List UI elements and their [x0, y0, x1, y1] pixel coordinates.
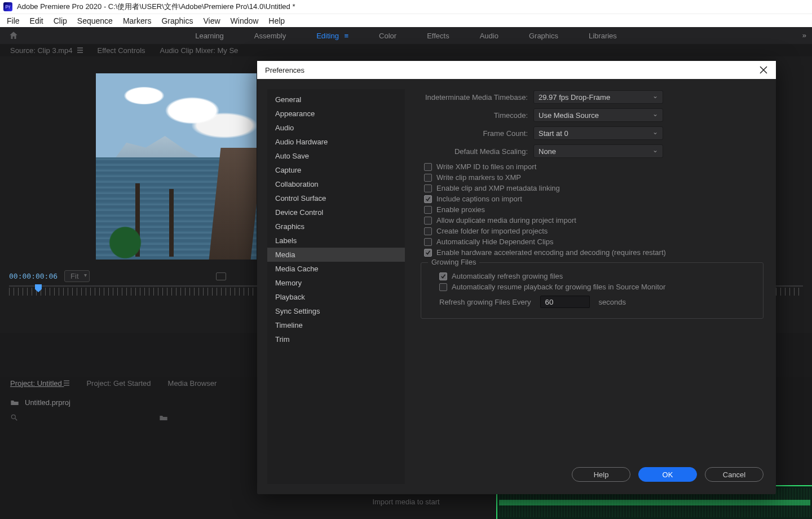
checkbox[interactable]: [424, 206, 432, 214]
checkbox[interactable]: [424, 238, 432, 246]
growing-auto-refresh-label: Automatically refresh growing files: [452, 272, 563, 280]
timebase-dropdown[interactable]: 29.97 fps Drop-Frame: [533, 90, 663, 104]
menu-clip[interactable]: Clip: [54, 16, 67, 25]
media-check-7[interactable]: Automatically Hide Dependent Clips: [424, 237, 764, 246]
checkbox[interactable]: [424, 174, 432, 182]
media-check-0[interactable]: Write XMP ID to files on import: [424, 162, 764, 171]
pref-category-memory[interactable]: Memory: [267, 276, 405, 290]
media-check-5[interactable]: Allow duplicate media during project imp…: [424, 216, 764, 225]
ws-audio[interactable]: Audio: [480, 32, 498, 40]
pref-category-graphics[interactable]: Graphics: [267, 219, 405, 234]
check-label: Enable clip and XMP metadata linking: [436, 184, 560, 192]
close-icon[interactable]: [759, 65, 768, 74]
media-check-2[interactable]: Enable clip and XMP metadata linking: [424, 184, 764, 192]
pref-category-media-cache[interactable]: Media Cache: [267, 262, 405, 276]
menu-graphics[interactable]: Graphics: [161, 16, 193, 25]
pref-category-media[interactable]: Media: [267, 248, 405, 262]
media-check-4[interactable]: Enable proxies: [424, 205, 764, 214]
ws-editing-menu-icon[interactable]: ≡: [342, 32, 348, 40]
preferences-media-pane: Indeterminate Media Timebase: 29.97 fps …: [405, 79, 776, 494]
field-scaling: Default Media Scaling: None: [421, 144, 764, 158]
ws-editing[interactable]: Editing ≡: [316, 32, 348, 40]
pref-category-audio-hardware[interactable]: Audio Hardware: [267, 135, 405, 149]
ws-assembly[interactable]: Assembly: [254, 32, 286, 40]
src-tab-source[interactable]: Source: Clip 3.mp4: [10, 46, 83, 55]
cancel-button[interactable]: Cancel: [705, 467, 764, 482]
proj-tab-mediabrowser[interactable]: Media Browser: [168, 379, 217, 388]
workspace-overflow-icon[interactable]: »: [802, 31, 806, 39]
pref-category-trim[interactable]: Trim: [267, 332, 405, 346]
proj-tab-getstarted[interactable]: Project: Get Started: [86, 379, 151, 388]
menu-sequence[interactable]: Sequence: [77, 16, 113, 25]
media-check-6[interactable]: Create folder for imported projects: [424, 227, 764, 235]
settings-icon[interactable]: [216, 272, 226, 280]
ok-button[interactable]: OK: [638, 467, 697, 482]
media-check-8[interactable]: Enable hardware accelerated encoding and…: [424, 248, 764, 257]
preferences-footer: Help OK Cancel: [572, 467, 764, 482]
growing-auto-refresh[interactable]: Automatically refresh growing files: [439, 272, 755, 280]
timecode-dropdown[interactable]: Use Media Source: [533, 108, 663, 122]
growing-auto-resume-label: Automatically resume playback for growin…: [452, 283, 665, 291]
scaling-dropdown[interactable]: None: [533, 144, 663, 158]
src-tab-effect-controls[interactable]: Effect Controls: [98, 46, 145, 55]
media-check-1[interactable]: Write clip markers to XMP: [424, 173, 764, 182]
ws-effects[interactable]: Effects: [427, 32, 449, 40]
checkbox[interactable]: [424, 249, 432, 257]
new-bin-icon[interactable]: [159, 415, 168, 421]
ws-color[interactable]: Color: [379, 32, 396, 40]
pref-category-labels[interactable]: Labels: [267, 234, 405, 248]
zoom-fit-dropdown[interactable]: Fit: [64, 270, 89, 282]
checkbox[interactable]: [424, 227, 432, 235]
source-preview[interactable]: [96, 73, 257, 260]
menu-file[interactable]: File: [7, 16, 20, 25]
pref-category-audio[interactable]: Audio: [267, 121, 405, 135]
timebase-value: 29.97 fps Drop-Frame: [539, 93, 610, 102]
ws-learning[interactable]: Learning: [195, 32, 224, 40]
pref-category-capture[interactable]: Capture: [267, 163, 405, 177]
menubar: File Edit Clip Sequence Markers Graphics…: [0, 14, 812, 27]
checkbox[interactable]: [424, 163, 432, 171]
pref-category-playback[interactable]: Playback: [267, 290, 405, 304]
menu-view[interactable]: View: [203, 16, 220, 25]
proj-tab-untitled[interactable]: Project: Untitled: [10, 379, 69, 388]
pref-category-appearance[interactable]: Appearance: [267, 107, 405, 121]
check-label: Enable proxies: [436, 205, 485, 214]
ws-libraries[interactable]: Libraries: [589, 32, 617, 40]
pref-category-timeline[interactable]: Timeline: [267, 318, 405, 332]
panel-menu-icon[interactable]: [64, 379, 69, 388]
app-icon-text: Pr: [5, 5, 11, 10]
app-root: Pr Adobe Premiere Pro 2020 - C:\使用者\USER…: [0, 0, 812, 519]
scaling-value: None: [539, 147, 556, 156]
help-button[interactable]: Help: [572, 467, 630, 482]
media-check-3[interactable]: Include captions on import: [424, 195, 764, 203]
checkbox[interactable]: [424, 184, 432, 192]
refresh-every-input[interactable]: [540, 296, 590, 308]
menu-window[interactable]: Window: [231, 16, 259, 25]
checkbox[interactable]: [424, 195, 432, 203]
pref-category-device-control[interactable]: Device Control: [267, 205, 405, 219]
pref-category-general[interactable]: General: [267, 93, 405, 107]
panel-menu-icon[interactable]: [77, 46, 83, 55]
checkbox[interactable]: [439, 283, 447, 291]
ws-graphics[interactable]: Graphics: [529, 32, 558, 40]
menu-help[interactable]: Help: [268, 16, 285, 25]
checkbox[interactable]: [424, 217, 432, 225]
growing-auto-resume[interactable]: Automatically resume playback for growin…: [439, 283, 755, 291]
pref-category-collaboration[interactable]: Collaboration: [267, 177, 405, 191]
refresh-every-unit: seconds: [599, 298, 626, 306]
search-icon[interactable]: [10, 414, 19, 423]
pref-category-sync-settings[interactable]: Sync Settings: [267, 304, 405, 318]
src-tab-audio-mixer[interactable]: Audio Clip Mixer: My Se: [160, 46, 239, 55]
check-label: Write XMP ID to files on import: [436, 162, 536, 171]
framecount-dropdown[interactable]: Start at 0: [533, 126, 663, 140]
menu-edit[interactable]: Edit: [30, 16, 43, 25]
field-timecode: Timecode: Use Media Source: [421, 108, 764, 122]
source-timecode[interactable]: 00:00:00:06: [9, 272, 58, 280]
svg-point-0: [11, 415, 15, 419]
bin-icon: [10, 399, 19, 406]
pref-category-control-surface[interactable]: Control Surface: [267, 191, 405, 205]
pref-category-auto-save[interactable]: Auto Save: [267, 149, 405, 163]
checkbox[interactable]: [439, 272, 447, 280]
menu-markers[interactable]: Markers: [123, 16, 152, 25]
proj-tab-untitled-label: Project: Untitled: [10, 379, 62, 388]
